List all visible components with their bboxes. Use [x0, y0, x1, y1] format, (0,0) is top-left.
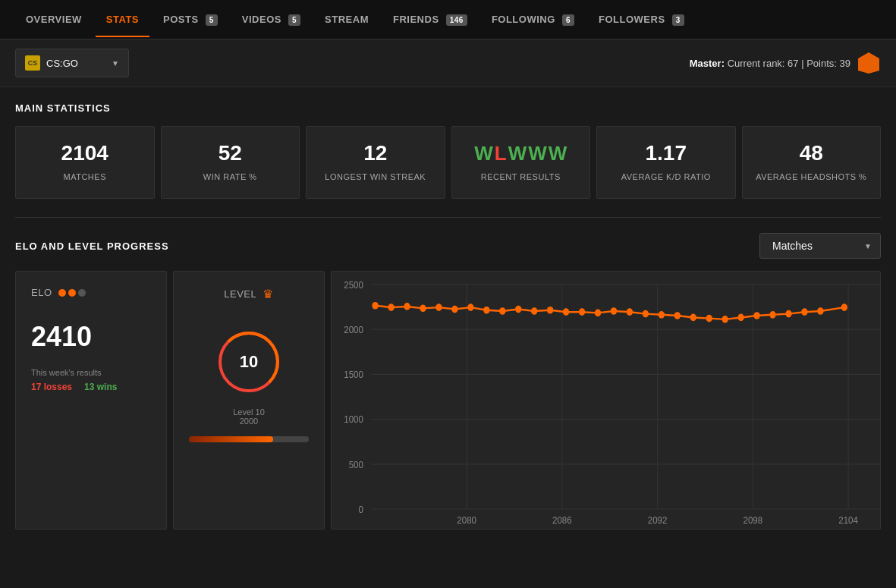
nav-videos[interactable]: VIDEOS 5: [231, 2, 311, 37]
svg-point-51: [817, 308, 823, 316]
stat-value-headshots: 48: [755, 142, 869, 165]
nav-following[interactable]: FOLLOWING 6: [481, 2, 585, 37]
svg-point-45: [722, 316, 728, 323]
result-l1: L: [495, 142, 507, 165]
svg-point-33: [531, 308, 537, 316]
following-badge: 6: [562, 14, 574, 26]
svg-point-30: [483, 307, 489, 314]
svg-text:2092: 2092: [648, 515, 668, 527]
svg-point-44: [706, 315, 712, 322]
level-number: 10: [240, 352, 258, 372]
result-w4: W: [549, 142, 567, 165]
stat-card-headshots: 48 AVERAGE HEADSHOTS %: [742, 126, 882, 199]
result-w1: W: [474, 142, 493, 165]
stat-card-results: WLWWW RECENT RESULTS: [451, 126, 591, 199]
chart-area: 2500 2000 1500 1000 500 0: [331, 271, 881, 529]
toolbar: CS CS:GO ▼ Master: Current rank: 67 | Po…: [0, 39, 896, 87]
elo-card: ELO 2410 This week's results 17 losses 1…: [15, 271, 167, 529]
svg-marker-0: [858, 52, 879, 74]
csgo-icon: CS: [25, 55, 40, 71]
level-circle: 10: [218, 332, 279, 392]
stat-value-winrate: 52: [174, 142, 288, 165]
svg-point-41: [659, 311, 665, 319]
level-label: Level: [224, 288, 256, 300]
main-content: MAIN STATISTICS 2104 MATCHES 52 WIN RATE…: [0, 87, 896, 545]
svg-text:2500: 2500: [344, 279, 363, 291]
svg-text:2000: 2000: [344, 325, 363, 336]
rank-icon: [857, 51, 881, 75]
nav-stats[interactable]: STATS: [96, 2, 149, 37]
game-selector[interactable]: CS CS:GO ▼: [15, 49, 129, 77]
stat-label-streak: LONGEST WIN STREAK: [319, 171, 432, 183]
elo-label: ELO: [31, 287, 52, 298]
svg-point-27: [435, 304, 442, 312]
matches-dropdown[interactable]: Matches Last 20 Last 50: [759, 233, 881, 259]
game-label: CS:GO: [46, 58, 78, 69]
svg-point-23: [372, 302, 378, 310]
svg-point-39: [627, 309, 633, 316]
stat-label-results: RECENT RESULTS: [464, 171, 578, 183]
svg-point-52: [841, 304, 847, 312]
elo-week-stats: 17 losses 13 wins: [31, 382, 151, 392]
level-info: Level 10 2000: [233, 407, 265, 426]
stat-value-streak: 12: [319, 142, 432, 165]
main-stats-title: MAIN STATISTICS: [15, 102, 881, 114]
stat-label-winrate: WIN RATE %: [174, 171, 288, 183]
stat-card-kd: 1.17 AVERAGE K/D RATIO: [596, 126, 736, 199]
result-w3: W: [528, 142, 547, 165]
svg-text:2104: 2104: [838, 515, 858, 527]
elo-row: ELO 2410 This week's results 17 losses 1…: [15, 271, 881, 529]
stat-card-matches: 2104 MATCHES: [15, 126, 155, 199]
elo-section-header: ELO AND LEVEL PROGRESS Matches Last 20 L…: [15, 233, 881, 259]
stat-label-kd: AVERAGE K/D RATIO: [609, 171, 723, 183]
followers-badge: 3: [672, 14, 684, 26]
elo-week-results: This week's results: [31, 368, 151, 377]
elo-wins: 13 wins: [84, 382, 117, 392]
stat-value-kd: 1.17: [609, 142, 723, 165]
rank-info: Master: Current rank: 67 | Points: 39: [690, 51, 881, 75]
nav-stream[interactable]: STREAM: [314, 2, 379, 37]
svg-text:2086: 2086: [552, 515, 572, 527]
elo-section-title: ELO AND LEVEL PROGRESS: [15, 241, 169, 252]
top-nav: OVERVIEW STATS POSTS 5 VIDEOS 5 STREAM F…: [0, 0, 896, 39]
level-progress-fill: [189, 436, 273, 442]
svg-point-31: [499, 308, 505, 316]
level-card: Level ♛ 10 Level 10 2000: [173, 271, 325, 529]
nav-overview[interactable]: OVERVIEW: [15, 2, 93, 37]
nav-friends[interactable]: FRIENDS 146: [382, 2, 478, 37]
elo-icon: [58, 289, 86, 297]
nav-followers[interactable]: FOLLOWERS 3: [588, 2, 695, 37]
stat-label-headshots: AVERAGE HEADSHOTS %: [755, 171, 869, 183]
svg-text:2098: 2098: [744, 515, 763, 527]
matches-dropdown-wrapper: Matches Last 20 Last 50: [759, 233, 881, 259]
svg-point-42: [674, 313, 681, 320]
svg-point-26: [420, 305, 426, 313]
stat-card-winrate: 52 WIN RATE %: [161, 126, 300, 199]
stat-card-streak: 12 LONGEST WIN STREAK: [306, 126, 445, 199]
svg-point-24: [388, 304, 394, 312]
svg-point-34: [547, 307, 553, 314]
result-w2: W: [508, 142, 527, 165]
svg-text:1500: 1500: [344, 369, 363, 381]
svg-point-38: [611, 308, 617, 316]
recent-results: WLWWW: [464, 142, 578, 165]
svg-point-47: [753, 313, 759, 320]
svg-point-43: [690, 314, 696, 322]
elo-losses: 17 losses: [31, 382, 72, 392]
svg-point-25: [404, 303, 410, 310]
level-title: Level ♛: [189, 287, 309, 301]
stat-label-matches: MATCHES: [28, 171, 142, 183]
svg-text:0: 0: [359, 504, 363, 515]
svg-point-49: [785, 310, 791, 318]
svg-text:1000: 1000: [344, 414, 363, 426]
stats-grid: 2104 MATCHES 52 WIN RATE % 12 LONGEST WI…: [15, 126, 881, 199]
svg-point-46: [737, 314, 744, 322]
svg-point-48: [769, 311, 775, 319]
svg-point-29: [467, 304, 473, 312]
svg-point-28: [451, 306, 457, 313]
nav-posts[interactable]: POSTS 5: [152, 2, 228, 37]
level-progress-bar: [189, 436, 309, 442]
posts-badge: 5: [206, 14, 218, 26]
svg-text:500: 500: [349, 459, 363, 470]
videos-badge: 5: [288, 14, 300, 26]
